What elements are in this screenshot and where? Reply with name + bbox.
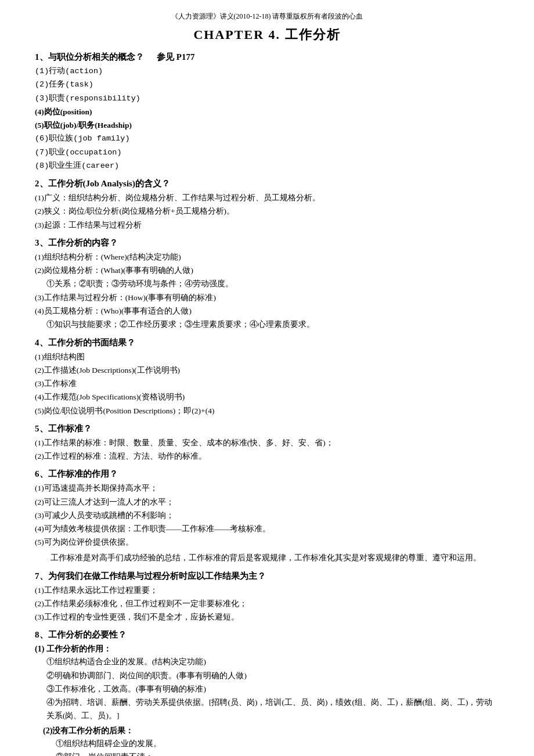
list-item: (2)工作结果必须标准化，但工作过程则不一定非要标准化； [35,597,499,610]
list-item: (1)可迅速提高并长期保持高水平； [35,482,499,495]
section-7-heading: 7、为何我们在做工作结果与过程分析时应以工作结果为主？ [35,571,499,582]
list-item: ④为招聘、培训、薪酬、劳动关系提供依据。[招聘(员、岗)，培训(工、员、岗)，绩… [35,696,499,722]
section-3: 3、工作分析的内容？ (1)组织结构分析：(Where)(结构决定功能) (2)… [35,237,499,332]
list-item: ①关系；②职责；③劳动环境与条件；④劳动强度。 [35,278,499,290]
list-item: (8)职业生涯(career) [35,160,499,172]
section-5: 5、工作标准？ (1)工作结果的标准：时限、数量、质量、安全、成本的标准(快、多… [35,423,499,463]
list-item: (1)组织结构图 [35,351,499,363]
list-item: ①组织结构适合企业的发展。(结构决定功能) [35,656,499,668]
list-item: (4)工作规范(Job Specifications)(资格说明书) [35,391,499,404]
section-2-heading: 2、工作分析(Job Analysis)的含义？ [35,178,499,189]
list-item: (3)职责(responsibility) [35,92,499,105]
list-item: (2)狭义：岗位/职位分析(岗位规格分析+员工规格分析)。 [35,205,499,218]
list-item: (7)职业(occupation) [35,146,499,159]
list-item: (4)员工规格分析：(Who)(事事有适合的人做) [35,305,499,318]
list-item: (3)工作结果与过程分析：(How)(事事有明确的标准) [35,291,499,304]
section-2: 2、工作分析(Job Analysis)的含义？ (1)广义：组织结构分析、岗位… [35,178,499,232]
list-item: (1)工作结果的标准：时限、数量、质量、安全、成本的标准(快、多、好、安、省)； [35,437,499,449]
list-item: ①组织结构阻碍企业的发展。 [35,737,499,750]
list-item: ③工作标准化，工效高。(事事有明确的标准) [35,683,499,696]
list-item: (2)可让三流人才达到一流人才的水平； [35,496,499,509]
list-item: (3)工作过程的专业性更强，我们不是全才，应扬长避短。 [35,611,499,624]
section-1: 1、与职位分析相关的概念？ 参见 P177 (1)行动(action) (2)任… [35,52,499,172]
list-item: (4)岗位(position) [35,106,499,118]
section-5-heading: 5、工作标准？ [35,423,499,434]
section-8-sub2-heading: (2)没有工作分析的后果： [35,726,499,736]
section-7: 7、为何我们在做工作结果与过程分析时应以工作结果为主？ (1)工作结果永远比工作… [35,571,499,624]
list-item: (1)广义：组织结构分析、岗位规格分析、工作结果与过程分析、员工规格分析。 [35,192,499,204]
section-8-heading: 8、工作分析的必要性？ [35,629,499,640]
list-item: ①知识与技能要求；②工作经历要求；③生理素质要求；④心理素质要求。 [35,318,499,331]
section-3-heading: 3、工作分析的内容？ [35,237,499,249]
section-8: 8、工作分析的必要性？ (1) 工作分析的作用： ①组织结构适合企业的发展。(结… [35,629,499,756]
list-item: (2)岗位规格分析：(What)(事事有明确的人做) [35,264,499,277]
list-item: (1)组织结构分析：(Where)(结构决定功能) [35,251,499,264]
list-item: (4)可为绩效考核提供依据：工作职责——工作标准——考核标准。 [35,523,499,535]
page-container: 《人力资源理》讲义(2010-12-18) 请尊重版权所有者段波的心血 CHAP… [35,12,499,756]
list-item: (5)可为岗位评价提供依据。 [35,536,499,549]
list-item: (2)工作过程的标准：流程、方法、动作的标准。 [35,450,499,463]
section-1-heading: 1、与职位分析相关的概念？ 参见 P177 [35,52,499,63]
header-note: 《人力资源理》讲义(2010-12-18) 请尊重版权所有者段波的心血 [35,12,499,21]
chapter-title: CHAPTER 4. 工作分析 [35,26,499,44]
list-item: (6)职位族(job family) [35,132,499,145]
section-4-heading: 4、工作分析的书面结果？ [35,337,499,348]
list-item: (1)行动(action) [35,65,499,78]
list-item: ②部门、岗位间职责不清； [35,751,499,756]
list-item: (2)任务(task) [35,78,499,91]
list-item: (5)职位(job)/职务(Headship) [35,119,499,132]
list-item: (3)工作标准 [35,377,499,390]
list-item: (5)岗位/职位说明书(Position Descriptions)；即(2)+… [35,405,499,417]
list-item: (2)工作描述(Job Descriptions)(工作说明书) [35,364,499,377]
section-8-sub1-heading: (1) 工作分析的作用： [35,644,499,654]
section-6-heading: 6、工作标准的作用？ [35,469,499,480]
list-item: ②明确和协调部门、岗位间的职责。(事事有明确的人做) [35,669,499,682]
list-item: (3)起源：工作结果与过程分析 [35,219,499,232]
list-item: (3)可减少人员变动或跳槽的不利影响； [35,509,499,522]
section-6: 6、工作标准的作用？ (1)可迅速提高并长期保持高水平； (2)可让三流人才达到… [35,469,499,564]
section-4: 4、工作分析的书面结果？ (1)组织结构图 (2)工作描述(Job Descri… [35,337,499,417]
block-text-s6: 工作标准是对高手们成功经验的总结，工作标准的背后是客观规律，工作标准化其实是对客… [35,552,499,565]
list-item: (1)工作结果永远比工作过程重要； [35,584,499,597]
